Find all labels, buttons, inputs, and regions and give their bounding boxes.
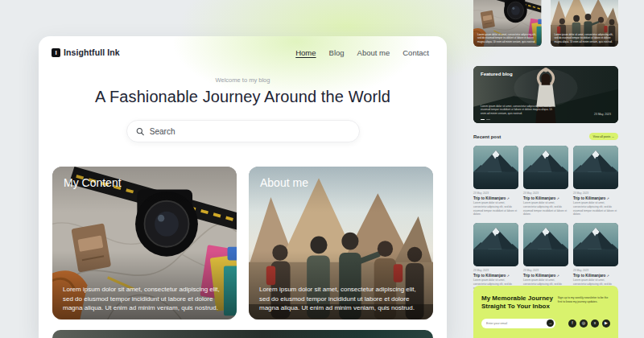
post-date: 23 May, 2023 xyxy=(573,192,618,195)
post-photo xyxy=(473,223,518,266)
arrow-up-right-icon: ↗ xyxy=(507,196,510,200)
post-title: Trip to Kilimanjaro ↗ xyxy=(473,274,518,278)
featured-section-peek xyxy=(52,330,433,338)
post-photo xyxy=(573,146,618,189)
post-card[interactable]: 23 May, 2023 Trip to Kilimanjaro ↗ Lorem… xyxy=(573,223,618,294)
page-preview-column: My Content Lorem ipsum dolor sit amet, c… xyxy=(473,0,618,47)
brand-name: Insightfull Ink xyxy=(64,47,120,57)
card-title: My Content xyxy=(64,176,122,189)
hero-cards-row: My Content Lorem ipsum dolor sit amet, c… xyxy=(39,167,447,319)
hero-eyebrow: Welcome to my blog xyxy=(39,76,447,84)
arrow-up-right-icon: ↗ xyxy=(557,196,559,200)
email-field-wrap: → xyxy=(481,319,555,328)
post-title: Trip to Kilimanjaro ↗ xyxy=(573,274,618,278)
post-title: Trip to Kilimanjaro ↗ xyxy=(523,274,568,278)
nav-home[interactable]: Home xyxy=(295,48,316,57)
post-date: 23 May, 2023 xyxy=(473,269,518,272)
instagram-icon[interactable]: ◎ xyxy=(580,319,588,328)
arrow-up-right-icon: ↗ xyxy=(557,274,559,278)
card-excerpt: Lorem ipsum dolor sit amet, consectetur … xyxy=(63,285,226,312)
featured-blog-date: 23 May, 2023 xyxy=(594,113,611,116)
mountain-photo xyxy=(573,146,618,189)
post-date: 23 May, 2023 xyxy=(523,192,568,195)
nav-contact[interactable]: Contact xyxy=(402,48,429,57)
view-all-posts-button[interactable]: View all posts → xyxy=(589,133,619,140)
post-excerpt: Lorem ipsum dolor sit amet, consectetur … xyxy=(473,201,518,216)
brand-logo[interactable]: I Insightfull Ink xyxy=(52,47,120,57)
featured-blog-title: Featured blog xyxy=(481,72,513,76)
arrow-up-right-icon: ↗ xyxy=(507,274,510,278)
twitter-icon[interactable]: x xyxy=(591,319,599,328)
youtube-icon[interactable]: ▶ xyxy=(602,319,610,328)
carousel-dots[interactable] xyxy=(481,119,490,120)
post-title: Trip to Kilimanjaro ↗ xyxy=(573,196,618,200)
email-field[interactable] xyxy=(486,322,543,325)
about-me-card[interactable]: About me Lorem ipsum dolor sit amet, con… xyxy=(249,167,433,319)
nav-blog[interactable]: Blog xyxy=(329,48,345,57)
mountain-photo xyxy=(473,146,518,189)
mountain-photo xyxy=(523,146,568,189)
mini-my-content-card[interactable]: My Content Lorem ipsum dolor sit amet, c… xyxy=(473,0,542,47)
post-date: 23 May, 2023 xyxy=(573,269,618,272)
post-title: Trip to Kilimanjaro ↗ xyxy=(523,196,568,200)
arrow-up-right-icon: ↗ xyxy=(607,196,609,200)
arrow-up-right-icon: ↗ xyxy=(607,274,609,278)
blog-page-main: I Insightfull Ink Home Blog About me Con… xyxy=(39,36,447,338)
post-excerpt: Lorem ipsum dolor sit amet, consectetur … xyxy=(523,201,568,216)
mountain-photo xyxy=(523,223,568,266)
facebook-icon[interactable]: f xyxy=(568,319,576,328)
post-excerpt: Lorem ipsum dolor sit amet, consectetur … xyxy=(573,201,618,216)
post-title: Trip to Kilimanjaro ↗ xyxy=(473,196,518,200)
featured-blog-excerpt: Lorem ipsum dolor sit amet, consectetur … xyxy=(481,105,555,116)
newsletter-bottom: → f ◎ x ▶ xyxy=(481,319,610,328)
post-card[interactable]: 23 May, 2023 Trip to Kilimanjaro ↗ Lorem… xyxy=(523,146,568,216)
mini-card-excerpt: Lorem ipsum dolor sit amet, consectetur … xyxy=(555,33,615,43)
post-card[interactable]: 23 May, 2023 Trip to Kilimanjaro ↗ Lorem… xyxy=(473,223,518,294)
search-input[interactable] xyxy=(150,127,350,136)
site-header: I Insightfull Ink Home Blog About me Con… xyxy=(39,36,447,57)
post-photo xyxy=(523,146,568,189)
main-nav: Home Blog About me Contact xyxy=(295,48,429,57)
my-content-card[interactable]: My Content Lorem ipsum dolor sit amet, c… xyxy=(52,167,237,319)
featured-blog-panel[interactable]: Featured blog Lorem ipsum dolor sit amet… xyxy=(473,66,618,123)
design-canvas: I Insightfull Ink Home Blog About me Con… xyxy=(0,0,644,338)
post-card[interactable]: 23 May, 2023 Trip to Kilimanjaro ↗ Lorem… xyxy=(473,146,518,216)
subscribe-button[interactable]: → xyxy=(547,319,554,327)
recent-posts-header: Recent post View all posts → xyxy=(473,133,618,140)
post-photo xyxy=(523,223,568,266)
newsletter-heading: My Memorable Journey Straight To Your In… xyxy=(481,295,558,311)
recent-posts-heading: Recent post xyxy=(473,134,501,139)
post-date: 23 May, 2023 xyxy=(523,269,568,272)
newsletter-description: Sign up to my weekly newsletter to be th… xyxy=(558,295,610,311)
recent-posts-grid: 23 May, 2023 Trip to Kilimanjaro ↗ Lorem… xyxy=(473,146,618,294)
post-card[interactable]: 23 May, 2023 Trip to Kilimanjaro ↗ Lorem… xyxy=(523,223,568,294)
mountain-photo xyxy=(473,223,518,266)
page-title: A Fashionable Journey Around the World xyxy=(39,88,447,106)
newsletter-panel: My Memorable Journey Straight To Your In… xyxy=(473,286,618,338)
mini-about-me-card[interactable]: About me Lorem ipsum dolor sit amet, con… xyxy=(551,0,619,47)
post-date: 23 May, 2023 xyxy=(473,192,518,195)
search-icon xyxy=(136,127,144,136)
mountain-photo xyxy=(573,223,618,266)
mini-card-excerpt: Lorem ipsum dolor sit amet, consectetur … xyxy=(477,33,538,43)
post-photo xyxy=(573,223,618,266)
post-card[interactable]: 23 May, 2023 Trip to Kilimanjaro ↗ Lorem… xyxy=(573,146,618,216)
social-icons: f ◎ x ▶ xyxy=(568,319,610,328)
search-bar[interactable] xyxy=(126,120,360,142)
hero-section: Welcome to my blog A Fashionable Journey… xyxy=(39,76,447,106)
card-excerpt: Lorem ipsum dolor sit amet, consectetur … xyxy=(259,285,423,312)
post-photo xyxy=(473,146,518,189)
brand-icon: I xyxy=(52,48,60,57)
nav-about-me[interactable]: About me xyxy=(357,48,390,57)
newsletter-top: My Memorable Journey Straight To Your In… xyxy=(481,295,610,311)
mini-cards-row: My Content Lorem ipsum dolor sit amet, c… xyxy=(473,0,618,47)
card-title: About me xyxy=(260,176,308,189)
